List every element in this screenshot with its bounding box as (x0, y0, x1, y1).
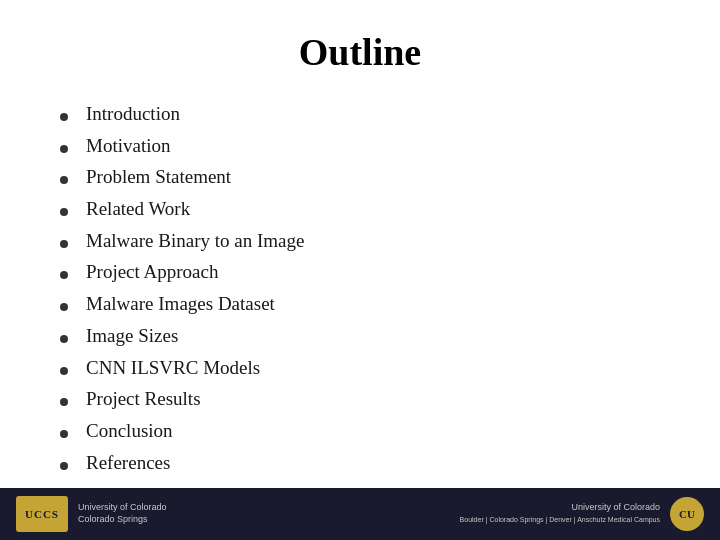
list-item: Problem Statement (60, 165, 660, 190)
bullet-text: Image Sizes (86, 324, 178, 349)
slide-title: Outline (299, 30, 421, 74)
bullet-icon (60, 240, 68, 248)
bullet-text: Malware Images Dataset (86, 292, 275, 317)
footer-left-text: University of Colorado Colorado Springs (78, 502, 167, 525)
slide-content: IntroductionMotivationProblem StatementR… (60, 102, 660, 482)
bullet-icon (60, 113, 68, 121)
footer: UCCS University of Colorado Colorado Spr… (0, 488, 720, 540)
bullet-icon (60, 176, 68, 184)
list-item: Malware Binary to an Image (60, 229, 660, 254)
bullet-text: Related Work (86, 197, 190, 222)
list-item: Introduction (60, 102, 660, 127)
bullet-icon (60, 208, 68, 216)
footer-right: University of Colorado Boulder | Colorad… (460, 497, 704, 531)
bullet-text: Project Approach (86, 260, 218, 285)
bullet-icon (60, 335, 68, 343)
bullet-icon (60, 145, 68, 153)
bullet-text: Introduction (86, 102, 180, 127)
footer-right-text: University of Colorado Boulder | Colorad… (460, 502, 660, 525)
list-item: Project Approach (60, 260, 660, 285)
bullet-text: CNN ILSVRC Models (86, 356, 260, 381)
list-item: Project Results (60, 387, 660, 412)
bullet-icon (60, 462, 68, 470)
outline-list: IntroductionMotivationProblem StatementR… (60, 102, 660, 482)
list-item: Malware Images Dataset (60, 292, 660, 317)
uccs-logo-box: UCCS (16, 496, 68, 532)
slide: Outline IntroductionMotivationProblem St… (0, 0, 720, 540)
list-item: Motivation (60, 134, 660, 159)
bullet-icon (60, 367, 68, 375)
list-item: Image Sizes (60, 324, 660, 349)
bullet-icon (60, 398, 68, 406)
bullet-text: Project Results (86, 387, 201, 412)
bullet-text: Motivation (86, 134, 170, 159)
bullet-text: References (86, 451, 170, 476)
bullet-text: Malware Binary to an Image (86, 229, 304, 254)
bullet-icon (60, 303, 68, 311)
list-item: References (60, 451, 660, 476)
list-item: Conclusion (60, 419, 660, 444)
bullet-icon (60, 271, 68, 279)
bullet-icon (60, 430, 68, 438)
list-item: CNN ILSVRC Models (60, 356, 660, 381)
bullet-text: Conclusion (86, 419, 173, 444)
cu-logo: CU (670, 497, 704, 531)
bullet-text: Problem Statement (86, 165, 231, 190)
footer-left: UCCS University of Colorado Colorado Spr… (16, 496, 167, 532)
list-item: Related Work (60, 197, 660, 222)
